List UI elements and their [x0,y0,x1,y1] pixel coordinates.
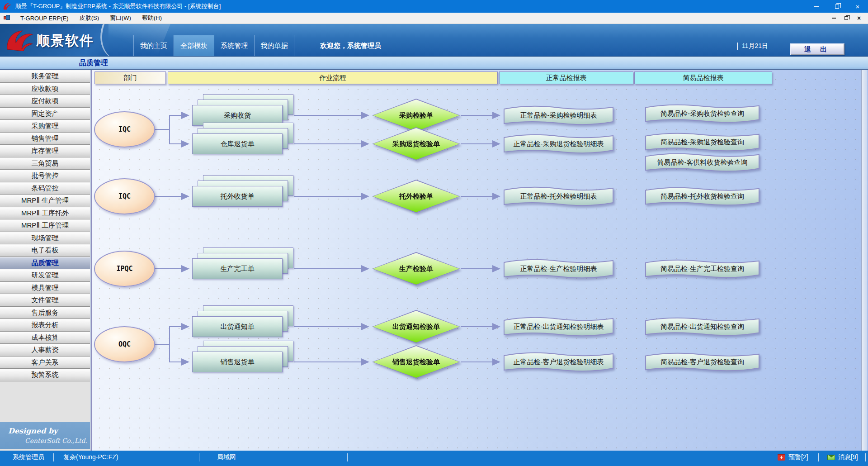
minimize-icon[interactable] [806,0,826,13]
sidebar-item-receivables[interactable]: 应收款项 [0,83,90,95]
sidebar-item-mrp2-outsourcing[interactable]: MRPⅡ 工序托外 [0,207,90,220]
column-header-department: 部门 [94,71,166,84]
normal-report-purchase[interactable]: 正常品检-采购检验明细表 [503,105,614,125]
message-icon [827,455,835,460]
module-sidebar: 账务管理 应收款项 应付款项 固定资产 采购管理 销售管理 库存管理 三角贸易 … [0,70,90,451]
sidebar-item-shopfloor[interactable]: 现场管理 [0,232,90,245]
dept-ellipse-oqc: OQC [94,326,155,362]
sidebar-item-rnd[interactable]: 研发管理 [0,269,90,282]
status-separator [199,453,199,461]
date-display: 11月21日 [737,35,768,57]
tab-my-home[interactable]: 我的主页 [133,35,174,57]
brand-logo-icon [5,29,33,51]
status-separator [53,453,54,461]
menu-help[interactable]: 帮助(H) [137,13,167,24]
menu-window[interactable]: 窗口(W) [104,13,137,24]
alert-icon [778,455,785,461]
tab-my-documents[interactable]: 我的单据 [254,35,294,57]
alert-label: 预警[2] [788,453,808,461]
menu-skin[interactable]: 皮肤(S) [74,13,104,24]
process-label: 销售退货单 [221,358,255,366]
process-box-shipping-notice[interactable]: 出货通知单 [192,316,283,337]
normal-report-outsource[interactable]: 正常品检-托外检验明细表 [503,186,614,206]
inspection-diamond-sales-return[interactable]: 销售退货检验单 [372,345,460,379]
sidebar-item-quality[interactable]: 品质管理 [0,257,90,270]
mdi-minimize-icon[interactable] [827,14,840,23]
tab-system-management[interactable]: 系统管理 [214,35,254,57]
column-header-normal-reports: 正常品检报表 [499,71,633,84]
app-logo-icon [3,2,12,10]
process-box-outsource-receipt[interactable]: 托外收货单 [192,186,283,207]
sidebar-item-inventory[interactable]: 库存管理 [0,145,90,157]
status-alert[interactable]: 预警[2] [778,451,808,464]
restore-icon[interactable] [826,0,847,13]
simple-report-outsource-receipt[interactable]: 简易品检-托外收货检验查询 [645,187,760,206]
designed-by-box: Designed by CenterSoft Co.,Ltd. [0,422,90,449]
process-label: 仓库退货单 [221,140,255,148]
simple-report-purchase-receipt[interactable]: 简易品检-采购收货检验查询 [645,104,760,123]
inspection-diamond-purchase-return[interactable]: 采购退货检验单 [372,127,460,161]
process-box-warehouse-return[interactable]: 仓库退货单 [192,133,283,154]
sidebar-item-purchasing[interactable]: 采购管理 [0,120,90,133]
sidebar-item-mrp2-production[interactable]: MRPⅡ 生产管理 [0,195,90,207]
sidebar-item-document[interactable]: 文件管理 [0,294,90,307]
dept-ellipse-ipqc: IPQC [94,251,155,287]
company-text: CenterSoft Co.,Ltd. [25,437,87,444]
process-box-production-finish[interactable]: 生产完工单 [192,258,283,279]
sidebar-item-crm[interactable]: 客户关系 [0,357,90,369]
sidebar-item-cost[interactable]: 成本核算 [0,332,90,344]
column-header-workflow: 作业流程 [168,71,498,84]
page-title: 品质管理 [79,57,108,69]
sidebar-item-mrp2-process[interactable]: MRPⅡ 工序管理 [0,219,90,232]
welcome-text: 欢迎您，系统管理员 [320,35,381,57]
inspection-diamond-shipping-notice[interactable]: 出货通知检验单 [372,310,460,343]
process-label: 生产完工单 [221,265,255,273]
simple-report-shipping-notice[interactable]: 简易品检-出货通知检验查询 [645,317,760,336]
sidebar-item-after-sales[interactable]: 售后服务 [0,307,90,319]
simple-report-purchase-return[interactable]: 简易品检-采购退货检验查询 [645,133,760,152]
inspection-diamond-production[interactable]: 生产检验单 [372,252,460,285]
status-workstation: 复杂(Young-PC:FZ) [63,451,118,464]
sidebar-item-triangle-trade[interactable]: 三角贸易 [0,157,90,170]
sidebar-item-e-kanban[interactable]: 电子看板 [0,244,90,257]
close-icon[interactable]: × [847,0,868,13]
status-separator [257,453,257,461]
sidebar-item-alert-system[interactable]: 预警系统 [0,369,90,381]
status-user: 系统管理员 [13,451,44,464]
simple-report-production-finish[interactable]: 简易品检-生产完工检验查询 [645,259,760,278]
process-box-sales-return[interactable]: 销售退货单 [192,352,283,372]
current-date: 11月21日 [742,42,768,50]
sidebar-item-lot-control[interactable]: 批号管控 [0,170,90,182]
title-bar: 顺景『T-GROUP』制造业ERP系统 - 东莞顺景软件科技有限公司 - [系统… [0,0,868,13]
sidebar-item-sales[interactable]: 销售管理 [0,133,90,145]
tab-all-modules[interactable]: 全部模块 [174,35,214,57]
sidebar-item-mold[interactable]: 模具管理 [0,282,90,295]
normal-report-production[interactable]: 正常品检-生产检验明细表 [503,259,614,279]
dept-ellipse-iqc-2: IQC [94,178,155,214]
mdi-child-icon [4,15,10,21]
sidebar-item-payables[interactable]: 应付款项 [0,95,90,108]
normal-report-customer-return[interactable]: 正常品检-客户退货检验明细表 [503,352,614,372]
dept-ellipse-iqc-1: IQC [94,111,155,147]
mdi-restore-icon[interactable] [840,14,853,23]
sidebar-item-accounting[interactable]: 账务管理 [0,70,90,83]
vertical-scrollbar[interactable] [861,70,867,451]
normal-report-purchase-return[interactable]: 正常品检-采购退货检验明细表 [503,134,614,154]
sidebar-item-hr-payroll[interactable]: 人事薪资 [0,344,90,357]
normal-report-shipping-notice[interactable]: 正常品检-出货通知检验明细表 [503,317,614,337]
simple-report-customer-return[interactable]: 简易品检-客户退货检验查询 [645,352,760,371]
status-message[interactable]: 消息[9] [827,451,858,464]
mdi-close-icon[interactable]: × [853,14,865,23]
sidebar-item-barcode-control[interactable]: 条码管控 [0,182,90,195]
flow-canvas: 部门 作业流程 正常品检报表 简易品检报表 IQC IQC IPQC OQC 采… [91,70,868,451]
sidebar-item-report-analysis[interactable]: 报表分析 [0,319,90,332]
logout-button[interactable]: 退 出 [790,43,844,55]
menu-tgroup-erp[interactable]: T-GROUP ERP(E) [15,13,74,24]
status-separator [865,453,866,461]
menu-bar: T-GROUP ERP(E) 皮肤(S) 窗口(W) 帮助(H) × [0,13,868,24]
inspection-diamond-outsource[interactable]: 托外检验单 [372,180,460,213]
simple-report-customer-supplied[interactable]: 简易品检-客供料收货检验查询 [645,153,760,172]
status-separator [818,453,819,461]
breadcrumb: 品质管理 [0,57,868,70]
sidebar-item-fixed-assets[interactable]: 固定资产 [0,108,90,120]
